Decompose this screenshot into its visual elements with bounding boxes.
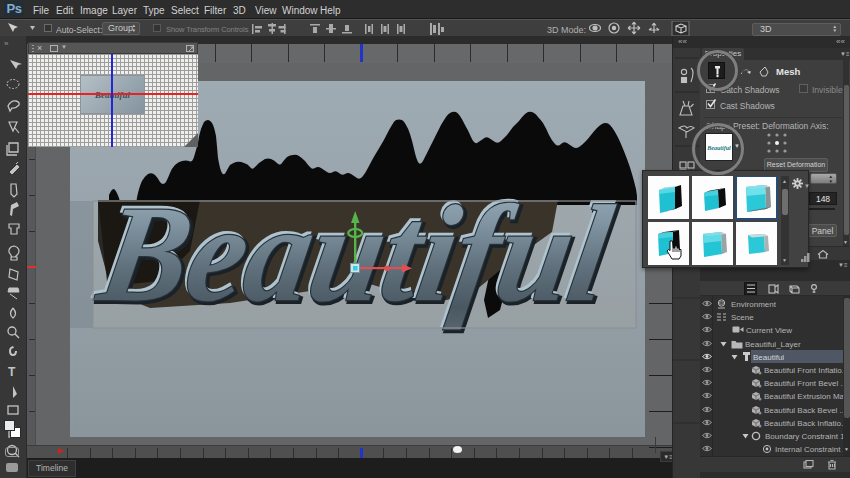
svg-text:»: » [4,39,9,48]
svg-text:T: T [8,365,16,379]
